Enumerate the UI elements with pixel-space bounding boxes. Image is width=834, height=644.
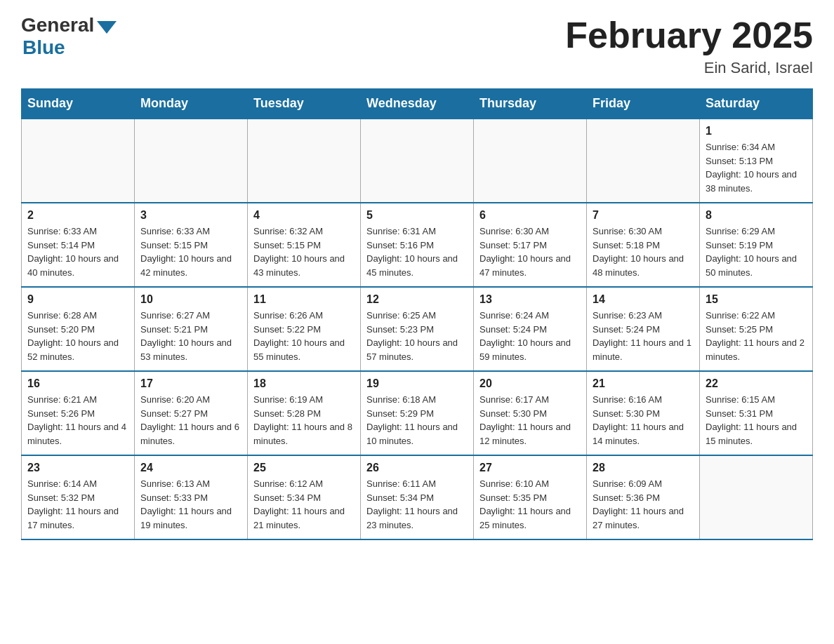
day-number: 25	[253, 462, 355, 474]
day-info-line: Daylight: 11 hours and 14 minutes.	[593, 420, 694, 448]
day-info-line: Sunrise: 6:10 AM	[479, 477, 581, 491]
calendar-day-cell: 18Sunrise: 6:19 AMSunset: 5:28 PMDayligh…	[248, 371, 361, 455]
day-info-line: Daylight: 11 hours and 10 minutes.	[366, 420, 468, 448]
day-number: 22	[706, 377, 807, 390]
day-info-line: Sunset: 5:31 PM	[706, 407, 807, 421]
day-info-line: Sunrise: 6:20 AM	[140, 393, 241, 407]
day-info-line: Daylight: 11 hours and 6 minutes.	[140, 420, 241, 448]
day-info-line: Sunrise: 6:31 AM	[366, 224, 468, 239]
day-info: Sunrise: 6:29 AMSunset: 5:19 PMDaylight:…	[706, 224, 807, 279]
day-number: 4	[253, 209, 355, 222]
day-number: 13	[479, 293, 581, 306]
day-info-line: Daylight: 10 hours and 47 minutes.	[479, 252, 581, 279]
day-info-line: Daylight: 11 hours and 8 minutes.	[253, 420, 355, 448]
calendar-day-cell: 4Sunrise: 6:32 AMSunset: 5:15 PMDaylight…	[248, 203, 361, 287]
calendar-day-cell: 6Sunrise: 6:30 AMSunset: 5:17 PMDaylight…	[474, 203, 587, 287]
day-info: Sunrise: 6:18 AMSunset: 5:29 PMDaylight:…	[366, 393, 468, 448]
day-info-line: Sunrise: 6:14 AM	[27, 477, 128, 491]
calendar-week-row: 2Sunrise: 6:33 AMSunset: 5:14 PMDaylight…	[22, 203, 813, 287]
day-info-line: Daylight: 10 hours and 55 minutes.	[253, 336, 355, 363]
day-info-line: Sunset: 5:14 PM	[27, 239, 128, 253]
day-number: 23	[27, 462, 128, 474]
day-info: Sunrise: 6:32 AMSunset: 5:15 PMDaylight:…	[253, 224, 355, 279]
day-info-line: Sunrise: 6:27 AM	[140, 309, 241, 323]
day-info-line: Sunset: 5:22 PM	[253, 323, 355, 337]
day-info: Sunrise: 6:20 AMSunset: 5:27 PMDaylight:…	[140, 393, 241, 448]
day-number: 6	[479, 209, 581, 222]
day-info-line: Daylight: 10 hours and 50 minutes.	[706, 252, 807, 279]
day-number: 10	[140, 293, 241, 306]
day-info-line: Daylight: 10 hours and 53 minutes.	[140, 336, 241, 363]
day-info-line: Sunset: 5:21 PM	[140, 323, 241, 337]
day-info-line: Sunset: 5:30 PM	[593, 407, 694, 421]
calendar-day-cell: 21Sunrise: 6:16 AMSunset: 5:30 PMDayligh…	[587, 371, 700, 455]
day-info-line: Sunset: 5:32 PM	[27, 491, 128, 505]
calendar-week-row: 23Sunrise: 6:14 AMSunset: 5:32 PMDayligh…	[22, 455, 813, 539]
day-number: 28	[593, 462, 694, 474]
day-info: Sunrise: 6:34 AMSunset: 5:13 PMDaylight:…	[706, 140, 807, 195]
day-info-line: Daylight: 11 hours and 27 minutes.	[593, 504, 694, 532]
day-info-line: Sunset: 5:33 PM	[140, 491, 241, 505]
day-info-line: Sunset: 5:24 PM	[479, 323, 581, 337]
day-info: Sunrise: 6:13 AMSunset: 5:33 PMDaylight:…	[140, 477, 241, 532]
day-number: 9	[27, 293, 128, 306]
day-info-line: Sunrise: 6:12 AM	[253, 477, 355, 491]
day-info-line: Sunset: 5:16 PM	[366, 239, 468, 253]
calendar-day-cell	[248, 119, 361, 203]
day-number: 26	[366, 462, 468, 474]
calendar-day-cell	[474, 119, 587, 203]
day-info-line: Sunrise: 6:34 AM	[706, 140, 807, 154]
day-info: Sunrise: 6:09 AMSunset: 5:36 PMDaylight:…	[593, 477, 694, 532]
day-info: Sunrise: 6:17 AMSunset: 5:30 PMDaylight:…	[479, 393, 581, 448]
calendar-day-cell: 5Sunrise: 6:31 AMSunset: 5:16 PMDaylight…	[361, 203, 474, 287]
day-info: Sunrise: 6:15 AMSunset: 5:31 PMDaylight:…	[706, 393, 807, 448]
day-info: Sunrise: 6:31 AMSunset: 5:16 PMDaylight:…	[366, 224, 468, 279]
day-info: Sunrise: 6:23 AMSunset: 5:24 PMDaylight:…	[593, 309, 694, 363]
day-number: 15	[706, 293, 807, 306]
calendar-day-cell: 1Sunrise: 6:34 AMSunset: 5:13 PMDaylight…	[700, 119, 813, 203]
day-info: Sunrise: 6:26 AMSunset: 5:22 PMDaylight:…	[253, 309, 355, 363]
day-info-line: Sunrise: 6:32 AM	[253, 224, 355, 239]
day-info: Sunrise: 6:12 AMSunset: 5:34 PMDaylight:…	[253, 477, 355, 532]
calendar-day-cell: 14Sunrise: 6:23 AMSunset: 5:24 PMDayligh…	[587, 287, 700, 371]
day-info-line: Sunset: 5:26 PM	[27, 407, 128, 421]
calendar-day-cell: 16Sunrise: 6:21 AMSunset: 5:26 PMDayligh…	[22, 371, 135, 455]
calendar-day-cell: 25Sunrise: 6:12 AMSunset: 5:34 PMDayligh…	[248, 455, 361, 539]
day-info-line: Sunset: 5:36 PM	[593, 491, 694, 505]
day-info-line: Sunset: 5:28 PM	[253, 407, 355, 421]
day-info-line: Sunrise: 6:21 AM	[27, 393, 128, 407]
day-info-line: Sunrise: 6:29 AM	[706, 224, 807, 239]
calendar-day-cell: 10Sunrise: 6:27 AMSunset: 5:21 PMDayligh…	[135, 287, 248, 371]
calendar-day-cell: 28Sunrise: 6:09 AMSunset: 5:36 PMDayligh…	[587, 455, 700, 539]
day-number: 8	[706, 209, 807, 222]
day-info-line: Sunrise: 6:28 AM	[27, 309, 128, 323]
day-info: Sunrise: 6:16 AMSunset: 5:30 PMDaylight:…	[593, 393, 694, 448]
calendar-day-cell	[361, 119, 474, 203]
day-info-line: Sunset: 5:30 PM	[479, 407, 581, 421]
day-info-line: Sunset: 5:35 PM	[479, 491, 581, 505]
logo: General Blue	[21, 14, 117, 59]
day-info-line: Sunset: 5:27 PM	[140, 407, 241, 421]
day-info-line: Daylight: 10 hours and 40 minutes.	[27, 252, 128, 279]
calendar-header-row: SundayMondayTuesdayWednesdayThursdayFrid…	[22, 89, 813, 119]
calendar-week-row: 16Sunrise: 6:21 AMSunset: 5:26 PMDayligh…	[22, 371, 813, 455]
calendar-day-cell: 11Sunrise: 6:26 AMSunset: 5:22 PMDayligh…	[248, 287, 361, 371]
day-info-line: Daylight: 10 hours and 52 minutes.	[27, 336, 128, 363]
day-number: 19	[366, 377, 468, 390]
day-info-line: Sunrise: 6:13 AM	[140, 477, 241, 491]
day-number: 14	[593, 293, 694, 306]
page-header: General Blue February 2025 Ein Sarid, Is…	[21, 14, 813, 77]
day-info: Sunrise: 6:21 AMSunset: 5:26 PMDaylight:…	[27, 393, 128, 448]
day-info-line: Sunrise: 6:16 AM	[593, 393, 694, 407]
logo-blue-text: Blue	[22, 36, 65, 59]
day-info-line: Sunrise: 6:30 AM	[479, 224, 581, 239]
calendar-day-cell: 15Sunrise: 6:22 AMSunset: 5:25 PMDayligh…	[700, 287, 813, 371]
day-number: 5	[366, 209, 468, 222]
calendar-table: SundayMondayTuesdayWednesdayThursdayFrid…	[21, 88, 813, 540]
day-number: 27	[479, 462, 581, 474]
day-info: Sunrise: 6:22 AMSunset: 5:25 PMDaylight:…	[706, 309, 807, 363]
day-info-line: Daylight: 11 hours and 12 minutes.	[479, 420, 581, 448]
calendar-day-cell: 2Sunrise: 6:33 AMSunset: 5:14 PMDaylight…	[22, 203, 135, 287]
logo-arrow-icon	[97, 21, 117, 34]
day-info-line: Sunset: 5:24 PM	[593, 323, 694, 337]
